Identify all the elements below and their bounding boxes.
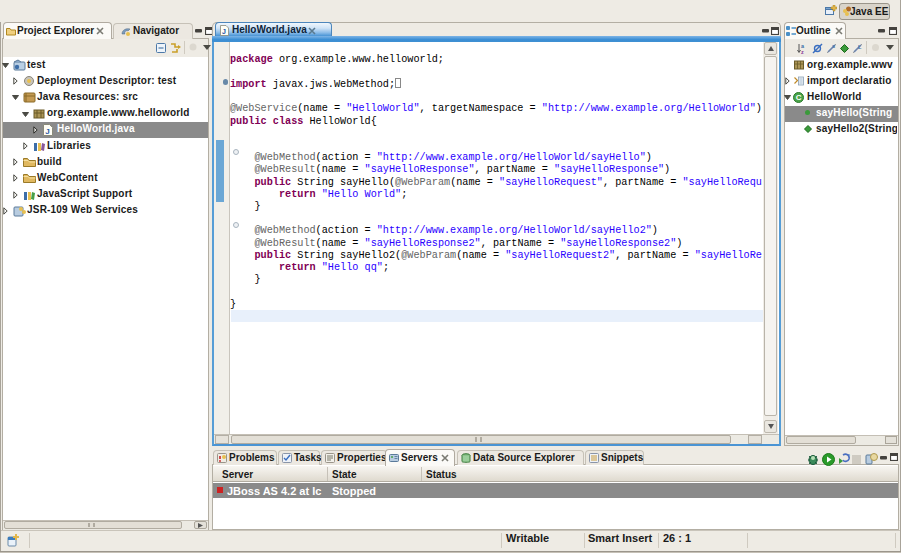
svg-text:z: z [801,49,804,54]
svg-text:J: J [45,126,50,135]
svg-text:J: J [222,28,226,35]
svg-text:?: ? [847,453,850,459]
svg-text:C: C [796,94,802,103]
svg-text:s: s [832,43,835,49]
